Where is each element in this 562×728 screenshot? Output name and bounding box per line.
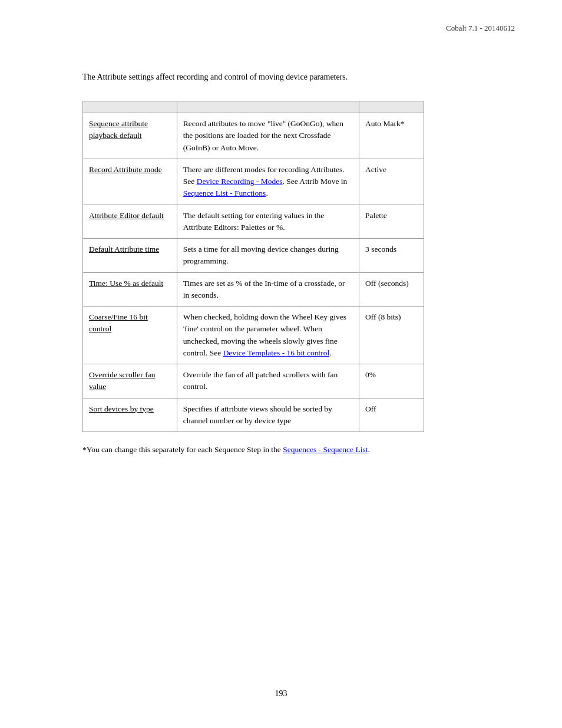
- row5-col3: Off (seconds): [359, 272, 424, 307]
- row6-col2: When checked, holding down the Wheel Key…: [177, 307, 359, 364]
- device-templates-link[interactable]: Device Templates - 16 bit control: [223, 348, 330, 357]
- table-row: Sequence attribute playback default Reco…: [83, 113, 424, 159]
- row2-col1: Record Attribute mode: [83, 159, 177, 205]
- sequences-list-link[interactable]: Sequences - Sequence List: [283, 445, 368, 454]
- row8-col3: Off: [359, 398, 424, 432]
- table-row: Default Attribute time Sets a time for a…: [83, 239, 424, 273]
- row5-col1: Time: Use % as default: [83, 272, 177, 307]
- row7-col2: Override the fan of all patched scroller…: [177, 364, 359, 398]
- table-row: Override scroller fan value Override the…: [83, 364, 424, 398]
- row3-col3: Palette: [359, 205, 424, 239]
- footnote: *You can change this separately for each…: [82, 444, 515, 456]
- table-row: Time: Use % as default Times are set as …: [83, 272, 424, 307]
- row2-col2: There are different modes for recording …: [177, 159, 359, 205]
- device-recording-modes-link[interactable]: Device Recording - Modes: [197, 177, 283, 186]
- row4-col3: 3 seconds: [359, 239, 424, 273]
- row3-col1: Attribute Editor default: [83, 205, 177, 239]
- row7-col1: Override scroller fan value: [83, 364, 177, 398]
- row5-col2: Times are set as % of the In-time of a c…: [177, 272, 359, 307]
- header-col1: [83, 101, 177, 113]
- intro-paragraph: The Attribute settings affect recording …: [82, 71, 515, 83]
- row3-col2: The default setting for entering values …: [177, 205, 359, 239]
- row7-col3: 0%: [359, 364, 424, 398]
- table-row: Coarse/Fine 16 bit control When checked,…: [83, 307, 424, 364]
- row8-col1: Sort devices by type: [83, 398, 177, 432]
- sequence-list-functions-link[interactable]: Sequence List - Functions: [183, 189, 266, 197]
- row2-col3: Active: [359, 159, 424, 205]
- table-row: Attribute Editor default The default set…: [83, 205, 424, 239]
- row6-col3: Off (8 bits): [359, 307, 424, 364]
- table-header-row: [83, 101, 424, 113]
- row8-col2: Specifies if attribute views should be s…: [177, 398, 359, 432]
- page-number: 193: [275, 689, 287, 699]
- table-row: Sort devices by type Specifies if attrib…: [83, 398, 424, 432]
- page: Cobalt 7.1 - 20140612 The Attribute sett…: [0, 0, 562, 728]
- table-row: Record Attribute mode There are differen…: [83, 159, 424, 205]
- version-label: Cobalt 7.1 - 20140612: [446, 24, 515, 32]
- row6-col1: Coarse/Fine 16 bit control: [83, 307, 177, 364]
- header-col2: [177, 101, 359, 113]
- settings-table: Sequence attribute playback default Reco…: [82, 101, 424, 432]
- header-col3: [359, 101, 424, 113]
- page-header: Cobalt 7.1 - 20140612: [446, 24, 515, 33]
- row4-col1: Default Attribute time: [83, 239, 177, 273]
- row4-col2: Sets a time for all moving device change…: [177, 239, 359, 273]
- row1-col1: Sequence attribute playback default: [83, 113, 177, 159]
- row1-col2: Record attributes to move "live" (GoOnGo…: [177, 113, 359, 159]
- row1-col3: Auto Mark*: [359, 113, 424, 159]
